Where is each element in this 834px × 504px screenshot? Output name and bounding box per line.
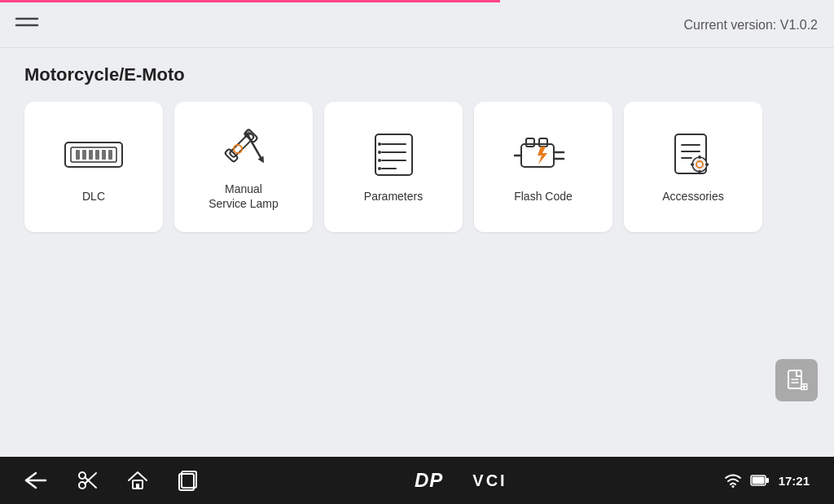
- svg-rect-10: [229, 132, 254, 157]
- svg-rect-42: [705, 163, 709, 165]
- engine-icon: [515, 130, 572, 179]
- status-time: 17:21: [779, 474, 810, 488]
- svg-rect-4: [76, 150, 80, 160]
- card-manual-service-lamp[interactable]: ManualService Lamp: [174, 102, 313, 232]
- svg-rect-6: [89, 150, 93, 160]
- accessories-icon: [665, 130, 722, 179]
- svg-rect-8: [102, 150, 106, 160]
- card-parameters[interactable]: Parameters: [324, 102, 463, 232]
- svg-rect-53: [136, 484, 139, 489]
- back-button[interactable]: [24, 471, 47, 489]
- home-button[interactable]: [127, 470, 148, 491]
- svg-rect-9: [108, 150, 112, 160]
- file-icon: ⊞: [785, 369, 808, 392]
- card-accessories[interactable]: Accessories: [624, 102, 762, 232]
- hamburger-menu-button[interactable]: [16, 15, 37, 35]
- layers-button[interactable]: [178, 470, 197, 491]
- svg-rect-39: [699, 156, 701, 159]
- dlc-icon: [65, 130, 122, 179]
- cards-row: DLC: [24, 102, 810, 232]
- svg-rect-41: [691, 163, 694, 165]
- bottom-bar-center: DP VCI: [415, 469, 507, 492]
- svg-rect-59: [766, 478, 769, 483]
- card-dlc[interactable]: DLC: [24, 102, 163, 232]
- svg-point-24: [378, 159, 381, 162]
- svg-rect-27: [526, 138, 534, 147]
- fab-area: ⊞: [775, 359, 818, 401]
- svg-point-22: [378, 142, 381, 146]
- svg-rect-7: [95, 150, 99, 160]
- svg-text:⊞: ⊞: [800, 381, 808, 392]
- svg-marker-32: [538, 147, 547, 164]
- svg-point-56: [731, 485, 734, 488]
- main-content: Motorcycle/E-Moto DLC: [0, 48, 834, 457]
- card-manual-service-lamp-label: ManualService Lamp: [208, 182, 279, 211]
- scissors-button[interactable]: [77, 470, 98, 491]
- svg-rect-58: [752, 477, 764, 484]
- card-flash-code[interactable]: Flash Code: [474, 102, 612, 232]
- dp-brand: DP: [415, 469, 443, 492]
- svg-marker-14: [258, 156, 267, 164]
- battery-icon: [751, 475, 769, 486]
- bottom-bar-right: 17:21: [725, 474, 810, 488]
- vci-brand: VCI: [472, 471, 507, 490]
- svg-rect-40: [699, 170, 701, 173]
- bottom-bar-left: [24, 470, 197, 491]
- svg-point-37: [692, 157, 707, 172]
- bottom-bar: DP VCI 17:21: [0, 457, 834, 504]
- wifi-icon: [725, 474, 741, 487]
- wrench-icon: [215, 123, 272, 172]
- svg-point-25: [378, 167, 381, 170]
- parameters-icon: [365, 130, 422, 179]
- card-dlc-label: DLC: [82, 189, 105, 204]
- svg-rect-5: [82, 150, 86, 160]
- svg-point-16: [234, 145, 242, 153]
- version-label: Current version: V1.0.2: [683, 18, 818, 33]
- card-parameters-label: Parameters: [364, 189, 423, 204]
- fab-button[interactable]: ⊞: [775, 359, 818, 401]
- svg-rect-28: [539, 138, 547, 147]
- card-flash-code-label: Flash Code: [514, 189, 573, 204]
- svg-rect-2: [65, 142, 122, 167]
- card-accessories-label: Accessories: [662, 189, 723, 204]
- top-bar: Current version: V1.0.2: [0, 2, 834, 48]
- svg-point-23: [378, 151, 381, 154]
- page-title: Motorcycle/E-Moto: [24, 64, 810, 85]
